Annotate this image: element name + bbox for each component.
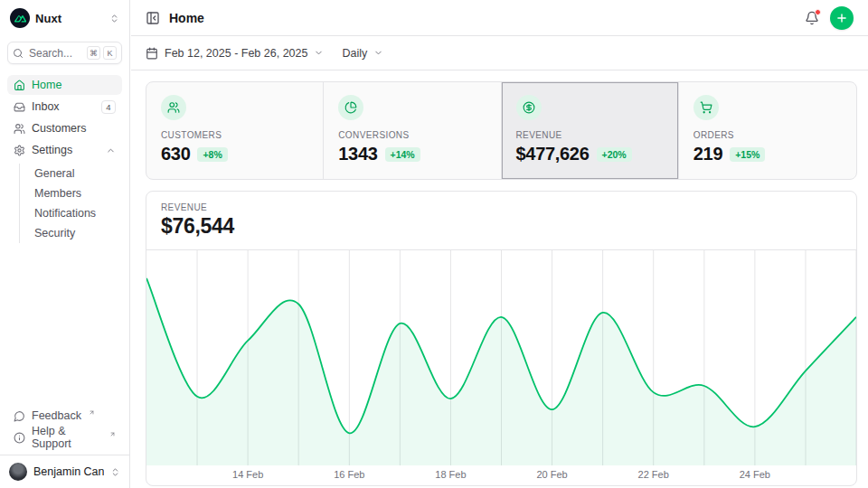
filter-toolbar: Feb 12, 2025 - Feb 26, 2025 Daily bbox=[131, 36, 868, 70]
add-button[interactable] bbox=[830, 6, 854, 30]
info-icon bbox=[14, 432, 25, 444]
notification-dot bbox=[815, 9, 821, 15]
date-range-label: Feb 12, 2025 - Feb 26, 2025 bbox=[165, 47, 307, 60]
feedback-link[interactable]: Feedback bbox=[7, 406, 122, 426]
notifications-button[interactable] bbox=[805, 11, 819, 25]
chevron-up-icon bbox=[106, 145, 116, 155]
x-tick-label: 18 Feb bbox=[435, 469, 466, 480]
calendar-icon bbox=[146, 47, 158, 60]
sidebar-footer-links: Feedback Help & Support bbox=[7, 406, 122, 455]
main-panel: Home Feb 12, 2025 - Feb 26, 2025 bbox=[131, 0, 868, 488]
stat-value: 630 bbox=[161, 144, 190, 164]
chart-metric-label: Revenue bbox=[161, 202, 842, 212]
arrow-up-right-icon bbox=[89, 409, 95, 416]
chevron-down-icon bbox=[314, 48, 324, 58]
sidebar-item-customers[interactable]: Customers bbox=[7, 118, 122, 138]
sidebar-item-label: Customers bbox=[32, 122, 86, 135]
chart-x-axis: 14 Feb16 Feb18 Feb20 Feb22 Feb24 Feb bbox=[146, 465, 856, 485]
sidebar-item-settings[interactable]: Settings bbox=[7, 140, 122, 160]
stat-label: Conversions bbox=[338, 130, 486, 140]
sidebar-spacer bbox=[7, 243, 122, 406]
stat-label: Revenue bbox=[516, 130, 664, 140]
nuxt-logo-icon bbox=[10, 8, 30, 28]
x-tick-label: 14 Feb bbox=[232, 469, 263, 480]
search-input[interactable]: Search... ⌘ K bbox=[7, 42, 122, 64]
stat-delta-badge: +15% bbox=[730, 147, 765, 162]
sidebar-item-members[interactable]: Members bbox=[34, 183, 122, 203]
stat-card-orders[interactable]: Orders 219 +15% bbox=[679, 82, 856, 179]
x-tick-label: 24 Feb bbox=[740, 469, 770, 480]
cart-icon bbox=[693, 95, 719, 120]
gear-icon bbox=[14, 145, 25, 156]
users-icon bbox=[161, 95, 186, 120]
sidebar-item-general[interactable]: General bbox=[34, 164, 122, 183]
feedback-label: Feedback bbox=[32, 409, 81, 422]
stat-value: 219 bbox=[693, 144, 722, 164]
help-support-label: Help & Support bbox=[32, 425, 102, 450]
sidebar-item-security[interactable]: Security bbox=[34, 223, 122, 243]
search-shortcut: ⌘ K bbox=[87, 46, 117, 60]
avatar bbox=[9, 463, 27, 481]
revenue-chart-card: Revenue $76,544 14 Feb16 Feb18 Feb20 Feb… bbox=[146, 191, 857, 486]
page-title: Home bbox=[169, 11, 204, 25]
collapse-sidebar-button[interactable] bbox=[146, 11, 160, 25]
stat-delta-badge: +20% bbox=[597, 147, 632, 162]
search-icon bbox=[13, 48, 24, 59]
kbd-k: K bbox=[103, 46, 117, 60]
stat-value: $477,626 bbox=[516, 144, 590, 164]
workspace-name: Nuxt bbox=[35, 12, 61, 25]
dollar-circle-icon bbox=[516, 95, 542, 120]
house-icon bbox=[14, 80, 25, 91]
sidebar-item-home[interactable]: Home bbox=[7, 75, 122, 95]
chevrons-up-down-icon bbox=[110, 467, 120, 477]
stats-row: Customers 630 +8% Conversions 1343 +14% bbox=[146, 81, 857, 180]
dashboard-content: Customers 630 +8% Conversions 1343 +14% bbox=[131, 70, 868, 488]
stat-label: Orders bbox=[693, 130, 842, 140]
sidebar-item-notifications[interactable]: Notifications bbox=[34, 203, 122, 223]
stat-label: Customers bbox=[161, 130, 308, 140]
period-label: Daily bbox=[342, 47, 367, 60]
settings-sub-list: General Members Notifications Security bbox=[19, 164, 122, 243]
stat-card-customers[interactable]: Customers 630 +8% bbox=[146, 82, 324, 179]
x-tick-label: 16 Feb bbox=[334, 469, 364, 480]
stat-card-conversions[interactable]: Conversions 1343 +14% bbox=[324, 82, 501, 179]
stat-delta-badge: +8% bbox=[197, 147, 227, 162]
stat-value: 1343 bbox=[338, 144, 377, 164]
page-header: Home bbox=[131, 0, 868, 36]
stat-card-revenue[interactable]: Revenue $477,626 +20% bbox=[502, 82, 679, 179]
chevrons-up-down-icon bbox=[109, 14, 119, 23]
search-placeholder: Search... bbox=[29, 47, 72, 60]
sidebar-item-label: Settings bbox=[32, 144, 72, 156]
sidebar-nav: Home Inbox 4 Customers Settings Genera bbox=[7, 75, 122, 243]
sidebar-item-inbox[interactable]: Inbox 4 bbox=[7, 97, 122, 117]
sidebar-item-label: Inbox bbox=[32, 100, 60, 113]
chart-header: Revenue $76,544 bbox=[146, 192, 856, 250]
arrow-up-right-icon bbox=[109, 431, 116, 437]
user-name: Benjamin Canac bbox=[33, 465, 104, 478]
users-icon bbox=[14, 123, 25, 135]
stat-delta-badge: +14% bbox=[385, 147, 420, 162]
date-range-picker[interactable]: Feb 12, 2025 - Feb 26, 2025 bbox=[146, 47, 324, 60]
sidebar: Nuxt Search... ⌘ K Home Inbox 4 bbox=[0, 0, 130, 488]
sidebar-item-label: Home bbox=[32, 79, 61, 91]
message-circle-icon bbox=[14, 410, 25, 422]
plus-icon bbox=[835, 12, 848, 24]
chart-metric-value: $76,544 bbox=[161, 214, 842, 239]
x-tick-label: 22 Feb bbox=[638, 469, 669, 480]
inbox-icon bbox=[14, 101, 25, 113]
inbox-count-badge: 4 bbox=[101, 100, 116, 114]
revenue-area-chart[interactable] bbox=[146, 250, 856, 465]
period-select[interactable]: Daily bbox=[342, 47, 383, 60]
help-support-link[interactable]: Help & Support bbox=[7, 427, 122, 447]
kbd-cmd: ⌘ bbox=[87, 46, 100, 60]
chevron-down-icon bbox=[373, 48, 383, 58]
revenue-chart-svg bbox=[146, 250, 856, 465]
chart-pie-icon bbox=[338, 95, 363, 120]
user-menu[interactable]: Benjamin Canac bbox=[0, 455, 129, 488]
x-tick-label: 20 Feb bbox=[536, 469, 567, 480]
workspace-switcher[interactable]: Nuxt bbox=[7, 7, 122, 29]
panel-left-close-icon bbox=[146, 11, 160, 25]
header-actions bbox=[805, 6, 854, 30]
